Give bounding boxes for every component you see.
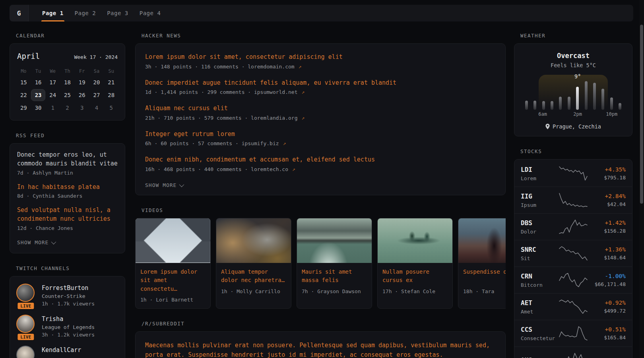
weather-location: Prague, Czechia	[522, 123, 624, 130]
show-more-label: SHOW MORE	[17, 239, 48, 245]
weather-widget: Overcast Feels like 5°C	[514, 43, 632, 136]
channel-name[interactable]: ForrestBurton	[42, 284, 95, 292]
hackernews-meta-text: 3h · 148 points · 116 comments · loremdo…	[145, 64, 295, 70]
hackernews-item-title[interactable]: Donec imperdiet augue tincidunt felis al…	[145, 78, 496, 88]
rss-item: Donec tempor eros leo, ut commodo mauris…	[17, 151, 118, 176]
twitch-channel[interactable]: KendallCarr	[16, 346, 118, 358]
video-card-row: Lorem ipsum dolor sit amet consectetu… 1…	[135, 218, 506, 309]
stock-row[interactable]: DBS Dolor +1.42% $156.28	[514, 213, 632, 240]
rss-section: RSS FEED Donec tempor eros leo, ut commo…	[10, 132, 125, 253]
calendar-month: April	[17, 52, 40, 60]
stock-name: Consectetur	[521, 335, 559, 341]
external-link-icon: ↗	[283, 140, 286, 146]
video-title[interactable]: Suspendisse diam	[463, 268, 506, 285]
weather-section: WEATHER Overcast Feels like 5°C	[514, 33, 632, 136]
video-card-body: Aliquam tempor dolor nec pharetra… 1h · …	[216, 263, 291, 300]
stock-row[interactable]: CRN Bitcorn -1.00% $66,171.48	[514, 267, 632, 293]
channel-avatar-wrap	[16, 346, 35, 358]
video-card[interactable]: Aliquam tempor dolor nec pharetra… 1h · …	[216, 218, 291, 309]
twitch-channel[interactable]: LIVE ForrestBurton Counter-Strike 1h · 1…	[16, 284, 118, 307]
hackernews-item-title[interactable]: Aliquam nec cursus elit	[145, 104, 496, 113]
weather-hourly-chart: 9° 6am 2pm 10pm	[524, 75, 623, 118]
hackernews-item-title[interactable]: Integer eget rutrum lorem	[145, 130, 496, 139]
rss-item-title[interactable]: Sed volutpat nulla nisl, a condimentum n…	[17, 206, 118, 224]
hackernews-item-title[interactable]: Lorem ipsum dolor sit amet, consectetur …	[145, 53, 496, 62]
calendar-day: 27	[89, 89, 104, 101]
dashboard-page: G Page 1 Page 2 Page 3 Page 4 CALENDAR A…	[0, 0, 644, 358]
hackernews-item: Donec imperdiet augue tincidunt felis al…	[145, 78, 496, 95]
video-card[interactable]: Lorem ipsum dolor sit amet consectetu… 1…	[135, 218, 211, 309]
video-title[interactable]: Lorem ipsum dolor sit amet consectetu…	[140, 268, 206, 294]
hourly-temp-bar	[610, 97, 613, 110]
page-tab[interactable]: Page 1	[37, 5, 69, 21]
calendar-day: 23	[31, 89, 46, 101]
calendar-day: 4	[89, 102, 104, 114]
stock-symbol: AHS	[521, 356, 559, 358]
stock-row[interactable]: AHS +0.46%	[514, 346, 632, 358]
weather-location-text: Prague, Czechia	[553, 123, 601, 130]
hackernews-item-title[interactable]: Donec enim nibh, condimentum et accumsan…	[145, 155, 496, 164]
rss-item: In hac habitasse platea 8d · Cynthia Sau…	[17, 183, 118, 199]
hourly-temp-bar	[576, 87, 579, 110]
stock-values: +0.92% $499.72	[604, 300, 626, 314]
scrollbar-thumb[interactable]	[640, 25, 643, 204]
stocks-widget: LDI Lorem +4.35% $795.18	[514, 159, 632, 358]
rss-show-more-button[interactable]: SHOW MORE	[17, 239, 55, 245]
calendar-weekday: Fr	[75, 66, 89, 76]
channel-name[interactable]: Trisha	[42, 315, 95, 323]
stock-symbol: SNRC	[521, 246, 559, 253]
page-tab[interactable]: Page 4	[134, 5, 167, 21]
page-tab[interactable]: Page 2	[69, 5, 102, 21]
stock-row[interactable]: AET Amet +0.92% $499.72	[514, 293, 632, 320]
chevron-down-icon	[51, 239, 56, 244]
calendar-day: 5	[104, 102, 118, 114]
stock-row[interactable]: LDI Lorem +4.35% $795.18	[514, 160, 632, 187]
hackernews-show-more-button[interactable]: SHOW MORE	[145, 182, 183, 188]
top-nav: G Page 1 Page 2 Page 3 Page 4	[10, 5, 633, 21]
rss-item-meta: 7d · Ashlyn Martin	[17, 170, 118, 176]
stock-row[interactable]: IIG Ipsum +2.84% $42.04	[514, 187, 632, 213]
video-thumbnail	[297, 218, 372, 263]
channel-avatar-wrap: LIVE	[16, 284, 35, 307]
rss-item-title[interactable]: Donec tempor eros leo, ut commodo mauris…	[17, 151, 118, 168]
calendar-week-year: Week 17 · 2024	[74, 54, 118, 60]
reddit-post-title[interactable]: Maecenas mollis pulvinar erat non posuer…	[145, 340, 496, 358]
external-link-icon: ↗	[292, 166, 295, 172]
page-tabs: Page 1 Page 2 Page 3 Page 4	[37, 5, 166, 21]
calendar-weekday: Tu	[31, 66, 46, 76]
channel-info: ForrestBurton Counter-Strike 1h · 1.7k v…	[42, 284, 95, 307]
calendar-day-grid: 15 16 17 18 19 20 21	[16, 76, 118, 114]
stock-id: CCS Consectetur	[521, 326, 559, 341]
avatar	[16, 346, 35, 358]
video-card[interactable]: Nullam posuere cursus ex 17h · Stefan Co…	[377, 218, 453, 309]
hackernews-item: Integer eget rutrum lorem 6h · 60 points…	[145, 130, 496, 147]
video-title[interactable]: Aliquam tempor dolor nec pharetra…	[221, 268, 286, 285]
video-card[interactable]: Mauris sit amet massa felis 7h · Grayson…	[297, 218, 372, 309]
hackernews-meta-text: 16h · 468 points · 440 comments · loremt…	[145, 166, 288, 172]
calendar-day: 1	[45, 102, 60, 114]
hourly-temp-bar	[525, 101, 528, 110]
channel-info: KendallCarr	[42, 346, 81, 358]
page-tab[interactable]: Page 3	[101, 5, 134, 21]
stock-row[interactable]: CCS Consectetur +0.51% $165.84	[514, 320, 632, 346]
calendar-day: 2	[60, 102, 75, 114]
stock-name: Ipsum	[521, 202, 559, 208]
video-card[interactable]: Suspendisse diam 18h · Tara	[458, 218, 506, 309]
app-logo[interactable]: G	[10, 5, 29, 21]
hackernews-item-meta: 1d · 1,414 points · 299 comments · ipsum…	[145, 89, 496, 95]
calendar-header: April Week 17 · 2024	[16, 50, 118, 66]
hackernews-item: Lorem ipsum dolor sit amet, consectetur …	[145, 53, 496, 70]
stock-sparkline	[559, 272, 588, 288]
video-title[interactable]: Nullam posuere cursus ex	[382, 268, 448, 285]
hourly-temp-bar	[593, 83, 596, 110]
hackernews-meta-text: 1d · 1,414 points · 299 comments · ipsum…	[145, 89, 298, 95]
calendar-weekday: Su	[104, 66, 118, 76]
rss-item-title[interactable]: In hac habitasse platea	[17, 183, 118, 192]
live-badge: LIVE	[17, 302, 35, 310]
twitch-channel[interactable]: LIVE Trisha League of Legends 3h · 1.2k …	[16, 315, 118, 338]
channel-name[interactable]: KendallCarr	[42, 346, 81, 354]
stock-values: +0.51% $165.84	[604, 326, 626, 340]
stock-row[interactable]: SNRC Sit +1.36% $148.64	[514, 240, 632, 267]
calendar-weekday: Mo	[16, 66, 31, 76]
video-title[interactable]: Mauris sit amet massa felis	[302, 268, 367, 285]
